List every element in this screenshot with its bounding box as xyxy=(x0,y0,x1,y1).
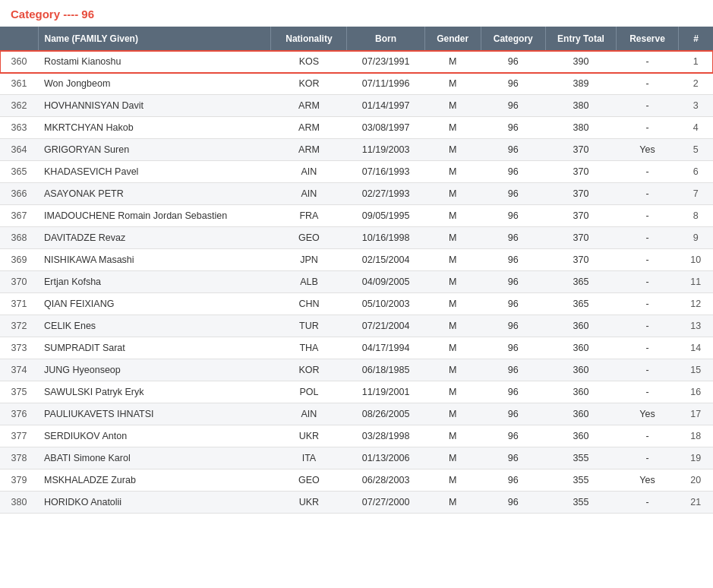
cell-name: KHADASEVICH Pavel xyxy=(38,161,271,183)
cell-nationality: AIN xyxy=(271,161,347,183)
cell-reserve: - xyxy=(617,359,679,381)
cell-reserve: - xyxy=(617,425,679,447)
cell-gender: M xyxy=(424,425,481,447)
cell-born: 07/16/1993 xyxy=(347,161,424,183)
cell-nationality: UKR xyxy=(271,425,347,447)
cell-num: 360 xyxy=(0,51,38,73)
cell-gender: M xyxy=(424,403,481,425)
cell-reserve: - xyxy=(617,492,679,514)
cell-reserve: - xyxy=(617,337,679,359)
table-row: 368DAVITADZE RevazGEO10/16/1998M96370-9 xyxy=(0,227,713,249)
page-title: Category ---- 96 xyxy=(0,0,713,27)
cell-reserve: Yes xyxy=(617,469,679,492)
cell-entryTotal: 360 xyxy=(545,403,616,425)
table-row: 369NISHIKAWA MasashiJPN02/15/2004M96370-… xyxy=(0,249,713,271)
cell-category: 96 xyxy=(481,337,545,359)
cell-gender: M xyxy=(424,447,481,469)
cell-hash: 6 xyxy=(678,161,713,183)
cell-reserve: - xyxy=(617,381,679,403)
cell-born: 06/18/1985 xyxy=(347,359,424,381)
cell-hash: 1 xyxy=(678,51,713,73)
cell-reserve: - xyxy=(617,117,679,139)
column-header-gender: Gender xyxy=(424,27,481,51)
cell-reserve: - xyxy=(617,271,679,293)
cell-num: 364 xyxy=(0,139,38,161)
cell-gender: M xyxy=(424,337,481,359)
cell-hash: 19 xyxy=(678,447,713,469)
cell-born: 04/17/1994 xyxy=(347,337,424,359)
cell-entryTotal: 370 xyxy=(545,227,616,249)
cell-name: SAWULSKI Patryk Eryk xyxy=(38,381,271,403)
cell-hash: 21 xyxy=(678,492,713,514)
table-row: 362HOVHANNISYAN DavitARM01/14/1997M96380… xyxy=(0,95,713,117)
cell-num: 371 xyxy=(0,293,38,315)
cell-category: 96 xyxy=(481,161,545,183)
cell-hash: 20 xyxy=(678,469,713,492)
cell-category: 96 xyxy=(481,183,545,205)
cell-reserve: - xyxy=(617,227,679,249)
cell-num: 374 xyxy=(0,359,38,381)
cell-entryTotal: 389 xyxy=(545,73,616,95)
cell-entryTotal: 360 xyxy=(545,359,616,381)
column-header-reserve: Reserve xyxy=(617,27,679,51)
cell-reserve: - xyxy=(617,293,679,315)
cell-reserve: - xyxy=(617,205,679,227)
table-row: 374JUNG HyeonseopKOR06/18/1985M96360-15 xyxy=(0,359,713,381)
cell-entryTotal: 355 xyxy=(545,469,616,492)
cell-gender: M xyxy=(424,161,481,183)
cell-hash: 13 xyxy=(678,315,713,337)
cell-nationality: TUR xyxy=(271,315,347,337)
table-row: 372CELIK EnesTUR07/21/2004M96360-13 xyxy=(0,315,713,337)
cell-category: 96 xyxy=(481,249,545,271)
cell-born: 02/27/1993 xyxy=(347,183,424,205)
cell-nationality: ARM xyxy=(271,117,347,139)
cell-reserve: - xyxy=(617,249,679,271)
cell-name: NISHIKAWA Masashi xyxy=(38,249,271,271)
cell-reserve: - xyxy=(617,447,679,469)
cell-name: QIAN FEIXIANG xyxy=(38,293,271,315)
table-row: 373SUMPRADIT SaratTHA04/17/1994M96360-14 xyxy=(0,337,713,359)
cell-hash: 8 xyxy=(678,205,713,227)
cell-nationality: UKR xyxy=(271,492,347,514)
cell-nationality: ALB xyxy=(271,271,347,293)
cell-gender: M xyxy=(424,73,481,95)
cell-born: 02/15/2004 xyxy=(347,249,424,271)
table-row: 379MSKHALADZE ZurabGEO06/28/2003M96355Ye… xyxy=(0,469,713,492)
cell-entryTotal: 360 xyxy=(545,337,616,359)
cell-category: 96 xyxy=(481,425,545,447)
cell-name: JUNG Hyeonseop xyxy=(38,359,271,381)
cell-num: 375 xyxy=(0,381,38,403)
cell-gender: M xyxy=(424,95,481,117)
cell-entryTotal: 370 xyxy=(545,249,616,271)
cell-category: 96 xyxy=(481,359,545,381)
cell-hash: 16 xyxy=(678,381,713,403)
cell-num: 373 xyxy=(0,337,38,359)
cell-name: Ertjan Kofsha xyxy=(38,271,271,293)
cell-born: 06/28/2003 xyxy=(347,469,424,492)
cell-reserve: Yes xyxy=(617,139,679,161)
cell-category: 96 xyxy=(481,492,545,514)
cell-name: MKRTCHYAN Hakob xyxy=(38,117,271,139)
cell-category: 96 xyxy=(481,51,545,73)
cell-num: 361 xyxy=(0,73,38,95)
table-row: 370Ertjan KofshaALB04/09/2005M96365-11 xyxy=(0,271,713,293)
table-row: 364GRIGORYAN SurenARM11/19/2003M96370Yes… xyxy=(0,139,713,161)
cell-reserve: - xyxy=(617,183,679,205)
column-header-hash: # xyxy=(678,27,713,51)
cell-entryTotal: 370 xyxy=(545,205,616,227)
results-table: Name (FAMILY Given)NationalityBornGender… xyxy=(0,27,713,514)
table-row: 376PAULIUKAVETS IHNATSIAIN08/26/2005M963… xyxy=(0,403,713,425)
cell-entryTotal: 360 xyxy=(545,315,616,337)
column-header-num xyxy=(0,27,38,51)
cell-num: 362 xyxy=(0,95,38,117)
cell-gender: M xyxy=(424,293,481,315)
cell-gender: M xyxy=(424,205,481,227)
cell-entryTotal: 365 xyxy=(545,293,616,315)
cell-entryTotal: 390 xyxy=(545,51,616,73)
cell-category: 96 xyxy=(481,117,545,139)
cell-hash: 4 xyxy=(678,117,713,139)
cell-category: 96 xyxy=(481,205,545,227)
cell-nationality: ARM xyxy=(271,95,347,117)
cell-gender: M xyxy=(424,315,481,337)
cell-name: SERDIUKOV Anton xyxy=(38,425,271,447)
